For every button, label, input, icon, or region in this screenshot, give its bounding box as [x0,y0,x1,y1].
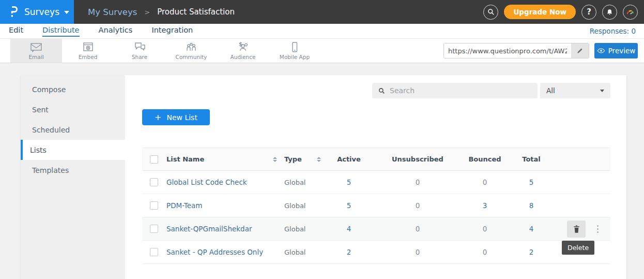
channel-mobile-app[interactable]: Mobile App [269,39,320,63]
new-list-button[interactable]: + New List [142,109,210,125]
trash-icon [573,225,580,233]
row-checkbox[interactable] [150,225,158,233]
sort-type-icon[interactable] [317,157,321,162]
list-name-link[interactable]: Global List Code Check [166,178,247,186]
breadcrumb-my-surveys[interactable]: My Surveys [88,7,137,17]
total-count[interactable]: 4 [529,225,534,233]
survey-tab-bar: Edit Distribute Analytics Integration Re… [0,24,644,39]
list-search-box [372,83,538,98]
top-bar: Surveys My Surveys > Product Satisfactio… [0,0,644,24]
account-meter-button[interactable] [623,5,638,20]
delete-list-button[interactable] [567,221,586,238]
table-header-row: List Name Type Active Unsubscribed Bounc… [142,148,610,171]
bounced-count[interactable]: 0 [483,225,487,233]
topbar-actions: Upgrade Now ? [483,0,638,24]
row-checkbox[interactable] [150,201,158,210]
filter-selected-value: All [546,86,600,95]
channel-label: Email [28,54,43,60]
sidebar-item-templates[interactable]: Templates [21,160,125,180]
sidebar-item-compose[interactable]: Compose [21,79,125,99]
list-name-link[interactable]: Sanket - QP Addresses Only [166,248,263,256]
active-count[interactable]: 5 [347,178,351,186]
plus-icon: + [155,112,161,122]
email-distribution-panel: Compose Sent Scheduled Lists Templates A… [21,75,626,279]
table-row: Global List Code Check Global 5 0 0 5 [142,171,610,194]
global-search-button[interactable] [483,5,498,20]
tab-integration[interactable]: Integration [151,26,193,37]
question-mark-icon: ? [587,7,591,17]
channel-email[interactable]: Email [10,39,62,63]
app-switcher[interactable]: Surveys [0,0,74,24]
breadcrumb: My Surveys > Product Satisfaction [88,0,235,24]
help-button[interactable]: ? [581,5,596,20]
col-header-active: Active [324,155,374,163]
list-name-link[interactable]: Sanket-QPGmailShekdar [166,225,252,233]
active-count[interactable]: 2 [347,248,351,256]
responses-count[interactable]: Responses: 0 [590,27,636,35]
list-type: Global [284,202,305,210]
tab-edit[interactable]: Edit [9,26,23,37]
breadcrumb-survey-title: Product Satisfaction [157,7,235,17]
channel-embed[interactable]: Embed [62,39,114,63]
list-search-input[interactable] [390,86,531,95]
smartphone-icon [289,41,300,53]
col-header-bounced: Bounced [462,155,508,163]
col-header-unsubscribed: Unsubscribed [374,155,462,163]
edit-url-button[interactable] [571,43,589,58]
list-name-link[interactable]: PDM-Team [166,201,203,210]
tab-distribute[interactable]: Distribute [42,26,79,37]
new-list-label: New List [166,113,197,122]
channel-label: Embed [79,54,98,60]
list-filter-row: All [125,83,610,98]
delete-tooltip: Delete [562,241,594,255]
envelope-icon [29,41,43,53]
table-row: PDM-Team Global 5 0 3 8 [142,194,610,217]
sidebar-item-scheduled[interactable]: Scheduled [21,120,125,140]
table-row: Sanket-QPGmailShekdar Global 4 0 0 4 [142,217,610,241]
unsubscribed-count[interactable]: 0 [416,248,420,256]
lists-content: All + New List List Name Type Active Uns [125,75,626,279]
breadcrumb-separator: > [144,8,150,16]
svg-text:$: $ [239,41,242,47]
email-sidebar: Compose Sent Scheduled Lists Templates [21,75,125,279]
col-header-total: Total [508,155,555,163]
list-type-filter-dropdown[interactable]: All [540,83,610,98]
search-icon [378,87,385,94]
sort-list-name-icon[interactable] [273,157,277,162]
sidebar-item-sent[interactable]: Sent [21,99,125,120]
tab-analytics[interactable]: Analytics [99,26,133,37]
channel-community[interactable]: Community [165,39,217,63]
bounced-count[interactable]: 0 [483,178,487,186]
bounced-count[interactable]: 3 [483,201,487,210]
unsubscribed-count[interactable]: 0 [416,225,420,233]
table-row: Sanket - QP Addresses Only Global 2 0 0 … [142,241,610,264]
upgrade-now-button[interactable]: Upgrade Now [504,5,576,19]
unsubscribed-count[interactable]: 0 [416,201,420,210]
row-menu-icon[interactable] [595,223,601,235]
notifications-button[interactable] [602,5,617,20]
channel-audience[interactable]: $ Audience [217,39,269,63]
channel-share[interactable]: Share [114,39,165,63]
total-count[interactable]: 8 [529,201,534,210]
row-checkbox[interactable] [150,248,158,256]
app-menu-label: Surveys [24,7,59,17]
total-count[interactable]: 2 [529,248,534,256]
unsubscribed-count[interactable]: 0 [416,178,420,186]
survey-url-input[interactable] [444,43,571,58]
col-header-list-name: List Name [166,155,204,163]
bounced-count[interactable]: 0 [483,248,487,256]
sidebar-item-lists[interactable]: Lists [21,140,125,160]
total-count[interactable]: 5 [529,178,534,186]
active-count[interactable]: 4 [347,225,351,233]
channel-label: Community [176,54,207,60]
preview-button[interactable]: Preview [594,43,638,58]
people-group-icon [185,41,198,53]
survey-url-field [443,43,589,58]
select-all-checkbox[interactable] [150,155,158,164]
channel-label: Audience [231,54,256,60]
list-type: Global [284,225,305,233]
active-count[interactable]: 5 [347,201,351,210]
eye-icon [597,48,605,54]
row-checkbox[interactable] [150,178,158,186]
search-icon [487,8,495,16]
